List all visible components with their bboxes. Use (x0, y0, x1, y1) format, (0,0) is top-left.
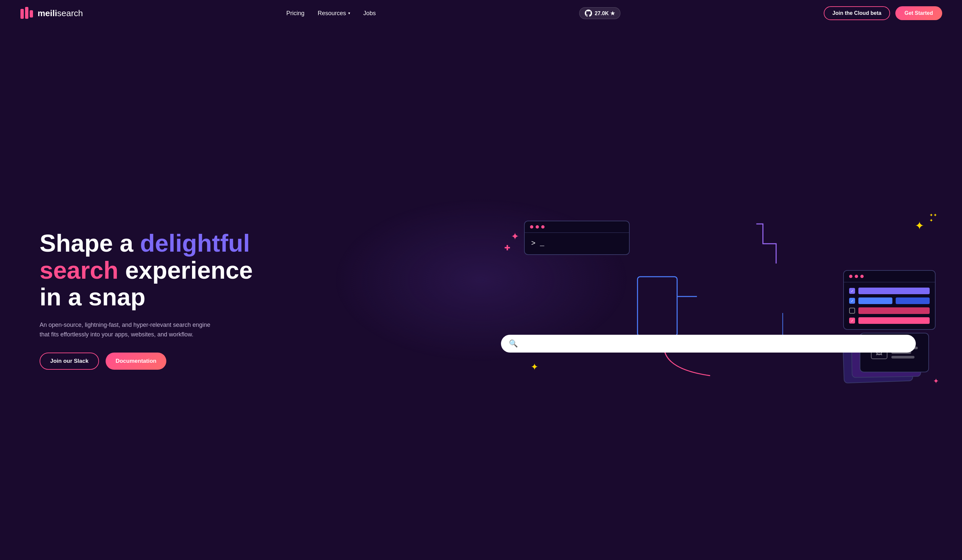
filter-dot-1 (849, 275, 852, 278)
sparkle-star-yellow-bottom: ✦ (531, 362, 538, 372)
svg-rect-2 (30, 10, 33, 18)
filter-dot-3 (860, 275, 864, 278)
terminal-body: > (525, 233, 629, 254)
filter-row-1: ✓ (849, 288, 930, 294)
get-started-button[interactable]: Get Started (895, 6, 942, 20)
terminal-dot-3 (541, 225, 544, 229)
sparkle-cross-pink: ✚ (504, 244, 510, 252)
svg-rect-0 (21, 9, 24, 19)
filter-dot-2 (855, 275, 858, 278)
terminal-window: > (524, 220, 629, 255)
checkbox-1: ✓ (849, 288, 855, 294)
filter-window: ✓ ✓ ✓ (843, 270, 936, 330)
hero-content: Shape a delightful search experience in … (40, 230, 264, 370)
github-icon (585, 10, 592, 17)
logo-icon (20, 6, 34, 20)
github-stars-count: 27.0K ★ (595, 10, 615, 16)
documentation-button[interactable]: Documentation (106, 352, 166, 370)
logo-text: meilisearch (38, 8, 83, 18)
sparkle-star-yellow-large: ✦ (915, 219, 924, 232)
navbar: meilisearch Pricing Resources ▾ Jobs 27.… (0, 0, 962, 26)
filter-row-2: ✓ (849, 298, 930, 304)
nav-links: Pricing Resources ▾ Jobs (286, 10, 376, 17)
terminal-prompt: > (531, 240, 544, 248)
card-line-9 (891, 356, 915, 359)
filter-bar-1 (859, 288, 930, 294)
terminal-dot-1 (530, 225, 533, 229)
hero-title: Shape a delightful search experience in … (40, 230, 264, 311)
filter-bar-3 (859, 307, 930, 314)
hero-description: An open-source, lightning-fast, and hype… (40, 320, 211, 340)
logo-link[interactable]: meilisearch (20, 6, 83, 20)
filter-bar-4 (859, 317, 930, 324)
terminal-header (525, 221, 629, 233)
terminal-dot-2 (536, 225, 539, 229)
checkbox-2: ✓ (849, 298, 855, 304)
sparkle-star-pink-1: ✦ (511, 230, 519, 242)
cloud-beta-button[interactable]: Join the Cloud beta (824, 6, 890, 20)
chevron-down-icon: ▾ (348, 11, 350, 16)
filter-bar-2 (859, 298, 893, 304)
sparkle-dots-yellow: ✦✦✦ (929, 212, 937, 223)
search-input[interactable] (522, 342, 908, 345)
nav-jobs[interactable]: Jobs (363, 10, 376, 16)
filter-window-header (844, 271, 935, 282)
hero-section: Shape a delightful search experience in … (0, 26, 962, 560)
search-icon: 🔍 (509, 340, 518, 348)
filter-body: ✓ ✓ ✓ (844, 282, 935, 329)
filter-bar-2b (896, 298, 930, 304)
svg-rect-3 (637, 277, 677, 336)
filter-row-4: ✓ (849, 317, 930, 324)
checkbox-4: ✓ (849, 318, 855, 323)
search-bar[interactable]: 🔍 (501, 335, 916, 352)
nav-resources[interactable]: Resources ▾ (318, 10, 350, 17)
checkbox-3 (849, 308, 855, 314)
hero-illustration: ✦ ✚ ✦✦✦ ✦ ✦ ✦ > (491, 204, 943, 396)
filter-row-3 (849, 307, 930, 314)
svg-rect-1 (25, 7, 28, 19)
hero-buttons: Join our Slack Documentation (40, 352, 264, 370)
join-slack-button[interactable]: Join our Slack (40, 352, 99, 370)
nav-pricing[interactable]: Pricing (286, 10, 305, 16)
github-stars-badge[interactable]: 27.0K ★ (579, 7, 620, 19)
nav-actions: Join the Cloud beta Get Started (824, 6, 942, 20)
